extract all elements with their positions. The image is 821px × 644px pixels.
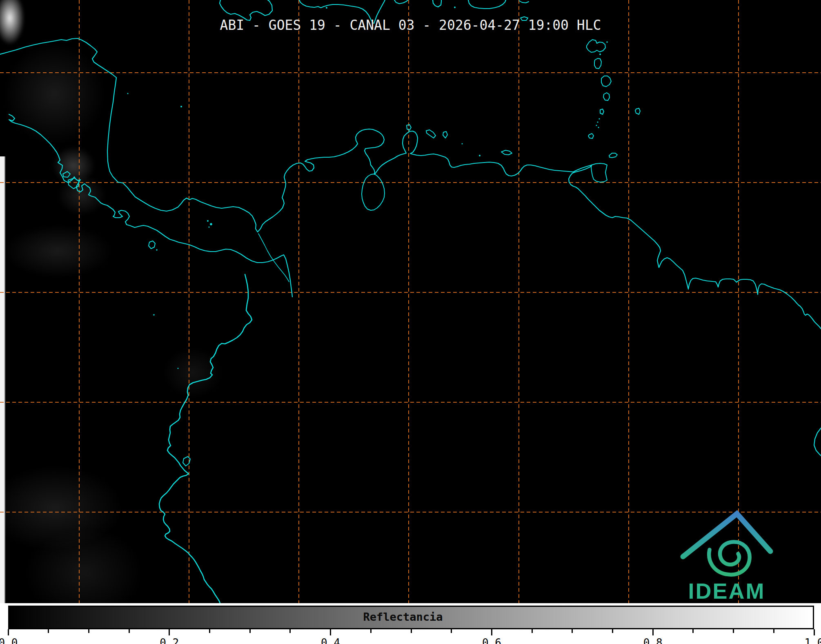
islet <box>178 368 179 369</box>
pacific-south-america-coast <box>159 274 252 603</box>
colorbar-tick-label: 1.0 <box>805 637 821 644</box>
margarita <box>501 150 512 155</box>
islet <box>599 53 601 55</box>
islet <box>156 249 158 251</box>
colorbar-minor-tick <box>532 629 533 633</box>
islet <box>606 41 608 43</box>
ideam-logo-mark: IDEAM <box>676 510 778 603</box>
logo-roof <box>683 514 770 557</box>
colorbar-minor-tick <box>209 629 210 633</box>
st-croix-fragment <box>519 1 529 3</box>
colorbar-tick-label: 0.2 <box>160 637 179 644</box>
colorbar-major-tick <box>491 629 492 635</box>
islet <box>479 155 481 156</box>
islet <box>462 143 463 145</box>
image-title: ABI - GOES 19 - CANAL 03 - 2026-04-27 19… <box>0 17 821 33</box>
islet <box>210 223 212 225</box>
colorbar-minor-tick <box>370 629 372 633</box>
ideam-logo: IDEAM <box>676 510 778 603</box>
colorbar-minor-tick <box>289 629 291 633</box>
colorbar-minor-tick <box>48 629 49 633</box>
islet <box>597 121 598 123</box>
colorbar-major-tick <box>330 629 331 635</box>
curacao <box>426 130 436 138</box>
map-area: ABI - GOES 19 - CANAL 03 - 2026-04-27 19… <box>0 0 821 603</box>
logo-spiral <box>709 542 750 575</box>
tobago <box>609 153 617 158</box>
atrato-river <box>258 234 289 282</box>
colorbar-minor-tick <box>773 629 774 633</box>
colorbar-minor-tick <box>572 629 573 633</box>
colorbar-minor-tick <box>129 629 130 633</box>
islet <box>208 226 209 227</box>
islet <box>207 220 209 222</box>
colorbar-tick-label: 0.8 <box>643 637 663 644</box>
colorbar-minor-tick <box>411 629 412 633</box>
st-lucia <box>603 93 610 100</box>
islet <box>326 7 327 9</box>
amazon-coast-fragment <box>814 428 821 456</box>
colorbar-label: Reflectancia <box>0 611 806 623</box>
colorbar-minor-tick <box>612 629 613 633</box>
colorbar-panel: Reflectancia 0.00.20.40.60.81.0 <box>0 603 821 644</box>
grenada <box>588 134 594 138</box>
goes-satellite-image: ABI - GOES 19 - CANAL 03 - 2026-04-27 19… <box>0 0 821 644</box>
colorbar-minor-tick <box>692 629 694 633</box>
bonaire <box>443 131 447 138</box>
lake-maracaibo <box>362 174 385 210</box>
colorbar-minor-tick <box>733 629 734 633</box>
st-vincent <box>600 109 604 114</box>
colorbar-minor-tick <box>451 629 452 633</box>
colorbar-major-tick <box>8 629 9 635</box>
pacific-central-america-coast <box>9 114 292 297</box>
colorbar-minor-tick <box>249 629 251 633</box>
martinique <box>601 76 611 87</box>
islet <box>180 106 182 107</box>
islet <box>153 314 155 316</box>
islet <box>454 7 456 8</box>
colorbar-major-tick <box>169 629 170 635</box>
lake-managua <box>63 172 70 177</box>
puerto-rico-south-coast <box>468 0 506 9</box>
colorbar-tick-label: 0.4 <box>321 637 340 644</box>
colorbar-tick-label: 0.0 <box>0 637 18 644</box>
logo-text: IDEAM <box>688 579 765 603</box>
colorbar-minor-tick <box>88 629 89 633</box>
trinidad <box>591 163 607 182</box>
colorbar-major-tick <box>652 629 654 635</box>
dominica <box>594 58 601 69</box>
hispaniola-fragment <box>394 0 408 4</box>
guadeloupe <box>587 40 605 52</box>
beata-fragment <box>433 0 441 7</box>
islet <box>596 125 597 126</box>
barbados <box>635 108 640 114</box>
colorbar-tick-label: 0.6 <box>482 637 501 644</box>
islet <box>599 118 600 119</box>
islet <box>598 127 599 128</box>
islet <box>127 93 129 94</box>
colorbar-major-tick <box>814 629 815 635</box>
lake-nicaragua <box>68 178 79 189</box>
coiba <box>149 241 155 249</box>
caribbean-mainland-coast <box>0 38 821 329</box>
